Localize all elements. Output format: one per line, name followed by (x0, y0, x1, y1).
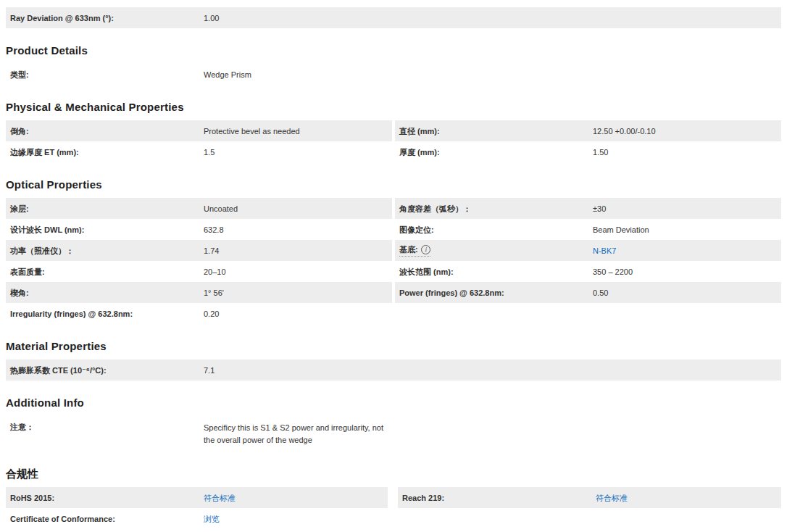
rohs-label: RoHS 2015: (6, 493, 204, 503)
spec-value: 1.00 (204, 13, 219, 23)
spec-value: 20–10 (204, 267, 226, 277)
physical-table: 倒角: Protective bevel as needed 直径 (mm): … (6, 120, 781, 162)
certificate-label: Certificate of Conformance: (6, 514, 204, 524)
spec-value: 0.20 (204, 309, 219, 319)
spec-value: 0.50 (593, 288, 608, 298)
section-title-material: Material Properties (6, 341, 781, 352)
spec-value: Wedge Prism (204, 70, 251, 80)
section-title-additional: Additional Info (6, 397, 781, 409)
spec-label: 楔角: (6, 288, 204, 298)
spec-value: Protective bevel as needed (204, 126, 300, 136)
spec-label: 波长范围 (nm): (395, 267, 593, 277)
spec-value: 12.50 +0.00/-0.10 (593, 126, 656, 136)
spec-label: 类型: (6, 70, 204, 80)
substrate-label: 基底:i (395, 244, 593, 257)
spec-value: 1° 56' (204, 288, 224, 298)
spec-label: 热膨胀系数 CTE (10⁻⁶/°C): (6, 365, 204, 375)
section-title-product-details: Product Details (6, 45, 781, 57)
column-divider (388, 487, 398, 508)
spec-row: 倒角: Protective bevel as needed 直径 (mm): … (6, 120, 781, 141)
spec-label: 功率（照准仪）： (6, 246, 204, 256)
spec-value: 350 – 2200 (593, 267, 633, 277)
spec-value: Uncoated (204, 204, 238, 214)
section-title-optical: Optical Properties (6, 179, 781, 191)
compliance-table: RoHS 2015: 符合标准 Reach 219: 符合标准 Certific… (6, 487, 781, 529)
spec-row-type: 类型: Wedge Prism (6, 64, 781, 85)
spec-label: Irregularity (fringes) @ 632.8nm: (6, 309, 204, 319)
rohs-status-link[interactable]: 符合标准 (204, 493, 236, 503)
spec-value: 1.5 (204, 147, 215, 157)
spec-label: 表面质量: (6, 267, 204, 277)
spec-label: 图像定位: (395, 225, 593, 235)
compliance-row: RoHS 2015: 符合标准 Reach 219: 符合标准 (6, 487, 781, 508)
spec-label: 涂层: (6, 204, 204, 214)
note-text: Specificy this is S1 & S2 power and irre… (204, 416, 392, 452)
spec-value: 1.50 (593, 147, 608, 157)
compliance-row: Certificate of Conformance: 浏览 (6, 508, 781, 529)
spec-row-cte: 热膨胀系数 CTE (10⁻⁶/°C): 7.1 (6, 359, 781, 381)
optical-table: 涂层: Uncoated 角度容差（弧秒）： ±30 设计波长 DWL (nm)… (6, 198, 781, 324)
spec-label: 设计波长 DWL (nm): (6, 225, 204, 235)
spec-row-ray-deviation: Ray Deviation @ 633nm (°): 1.00 (6, 7, 781, 28)
spec-label: 直径 (mm): (395, 126, 593, 136)
spec-row: Irregularity (fringes) @ 632.8nm: 0.20 (6, 303, 781, 324)
section-title-physical: Physical & Mechanical Properties (6, 101, 781, 113)
spec-row-note: 注意： Specificy this is S1 & S2 power and … (6, 416, 781, 452)
reach-status-link[interactable]: 符合标准 (596, 493, 628, 503)
spec-row: 边缘厚度 ET (mm): 1.5 厚度 (mm): 1.50 (6, 141, 781, 162)
info-icon[interactable]: i (421, 245, 430, 254)
section-title-compliance: 合规性 (6, 468, 781, 480)
spec-label: 边缘厚度 ET (mm): (6, 147, 204, 157)
spec-row: 表面质量: 20–10 波长范围 (nm): 350 – 2200 (6, 261, 781, 282)
spec-label: Ray Deviation @ 633nm (°): (6, 13, 204, 23)
spec-value: 632.8 (204, 225, 224, 235)
spec-label: 角度容差（弧秒）： (395, 204, 593, 214)
spec-value: Beam Deviation (593, 225, 649, 235)
spec-label: Power (fringes) @ 632.8nm: (395, 288, 593, 298)
empty-cell (395, 303, 781, 324)
spec-value: 7.1 (204, 365, 215, 375)
reach-label: Reach 219: (398, 493, 596, 503)
spec-page: Ray Deviation @ 633nm (°): 1.00 Product … (0, 0, 787, 532)
spec-row: 楔角: 1° 56' Power (fringes) @ 632.8nm: 0.… (6, 282, 781, 303)
spec-label: 注意： (6, 416, 204, 438)
substrate-link[interactable]: N-BK7 (593, 246, 616, 256)
spec-value: ±30 (593, 204, 606, 214)
spec-label: 倒角: (6, 126, 204, 136)
spec-row: 功率（照准仪）： 1.74 基底:i N-BK7 (6, 240, 781, 261)
spec-row: 涂层: Uncoated 角度容差（弧秒）： ±30 (6, 198, 781, 219)
spec-label: 基底: (399, 244, 418, 254)
certificate-browse-link[interactable]: 浏览 (204, 514, 220, 524)
spec-label: 厚度 (mm): (395, 147, 593, 157)
spec-row: 设计波长 DWL (nm): 632.8 图像定位: Beam Deviatio… (6, 219, 781, 240)
spec-value: 1.74 (204, 246, 219, 256)
